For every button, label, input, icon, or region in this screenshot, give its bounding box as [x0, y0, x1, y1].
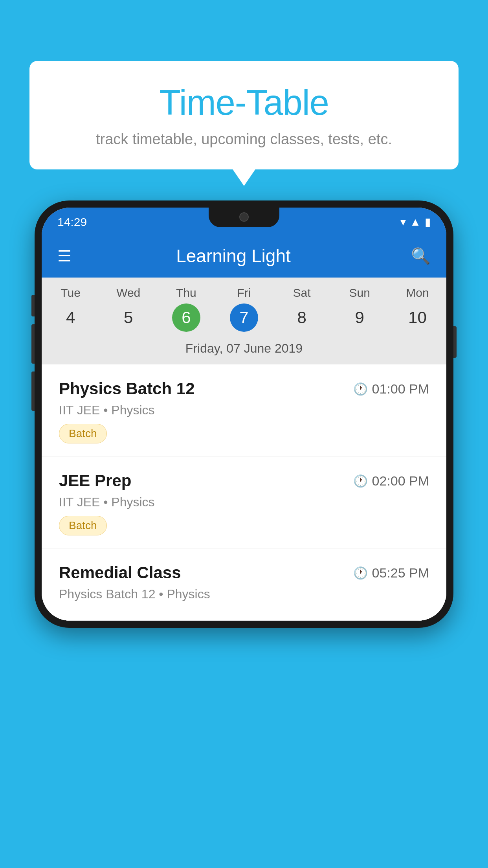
batch-badge: Batch	[59, 424, 107, 443]
day-name: Tue	[42, 286, 99, 300]
day-col-4[interactable]: Tue4	[42, 286, 99, 332]
schedule-item-0[interactable]: Physics Batch 12🕐01:00 PMIIT JEE • Physi…	[42, 364, 446, 456]
day-number[interactable]: 4	[57, 303, 85, 332]
volume-silent-button	[31, 295, 35, 316]
schedule-item-time: 🕐01:00 PM	[353, 381, 429, 397]
schedule-item-2[interactable]: Remedial Class🕐05:25 PMPhysics Batch 12 …	[42, 548, 446, 621]
day-number[interactable]: 9	[345, 303, 374, 332]
schedule-item-header: Remedial Class🕐05:25 PM	[59, 563, 429, 582]
speech-bubble: Time-Table track timetable, upcoming cla…	[29, 61, 459, 169]
day-col-5[interactable]: Wed5	[99, 286, 157, 332]
time-text: 05:25 PM	[372, 565, 429, 581]
status-icons: ▾ ▲ ▮	[400, 215, 431, 228]
day-number[interactable]: 7	[230, 303, 258, 332]
day-number[interactable]: 8	[288, 303, 316, 332]
phone-screen: 14:29 ▾ ▲ ▮ ☰ Learning Light 🔍 Tue4Wed5T…	[42, 208, 446, 621]
schedule-item-title: JEE Prep	[59, 471, 131, 490]
volume-down-button	[31, 371, 35, 411]
selected-date-label: Friday, 07 June 2019	[42, 336, 446, 364]
clock-icon: 🕐	[353, 474, 368, 488]
phone-mockup: 14:29 ▾ ▲ ▮ ☰ Learning Light 🔍 Tue4Wed5T…	[35, 200, 453, 628]
bubble-card: Time-Table track timetable, upcoming cla…	[29, 61, 459, 169]
day-name: Mon	[389, 286, 446, 300]
schedule-item-header: JEE Prep🕐02:00 PM	[59, 471, 429, 490]
schedule-item-subtitle: IIT JEE • Physics	[59, 495, 429, 509]
day-col-10[interactable]: Mon10	[389, 286, 446, 332]
bubble-title: Time-Table	[53, 83, 435, 123]
bubble-subtitle: track timetable, upcoming classes, tests…	[53, 131, 435, 148]
time-text: 02:00 PM	[372, 473, 429, 489]
day-col-6[interactable]: Thu6	[157, 286, 215, 332]
day-name: Wed	[99, 286, 157, 300]
time-text: 01:00 PM	[372, 381, 429, 397]
day-number[interactable]: 6	[172, 303, 200, 332]
schedule-item-header: Physics Batch 12🕐01:00 PM	[59, 379, 429, 398]
schedule-item-title: Physics Batch 12	[59, 379, 195, 398]
day-number[interactable]: 5	[114, 303, 143, 332]
day-name: Sun	[331, 286, 389, 300]
signal-icon: ▲	[410, 216, 421, 228]
day-col-8[interactable]: Sat8	[273, 286, 331, 332]
schedule-item-subtitle: Physics Batch 12 • Physics	[59, 587, 429, 601]
days-row: Tue4Wed5Thu6Fri7Sat8Sun9Mon10	[42, 278, 446, 336]
app-bar: ☰ Learning Light 🔍	[42, 234, 446, 278]
schedule-item-time: 🕐02:00 PM	[353, 473, 429, 489]
day-name: Sat	[273, 286, 331, 300]
batch-badge: Batch	[59, 516, 107, 535]
schedule-item-1[interactable]: JEE Prep🕐02:00 PMIIT JEE • PhysicsBatch	[42, 456, 446, 548]
camera-dot	[239, 212, 249, 222]
power-button	[453, 326, 457, 358]
status-time: 14:29	[57, 215, 87, 229]
wifi-icon: ▾	[400, 215, 406, 228]
calendar-strip: Tue4Wed5Thu6Fri7Sat8Sun9Mon10 Friday, 07…	[42, 278, 446, 364]
battery-icon: ▮	[425, 215, 431, 228]
day-col-7[interactable]: Fri7	[215, 286, 273, 332]
schedule-item-time: 🕐05:25 PM	[353, 565, 429, 581]
volume-up-button	[31, 324, 35, 364]
clock-icon: 🕐	[353, 382, 368, 396]
schedule-item-subtitle: IIT JEE • Physics	[59, 403, 429, 417]
day-number[interactable]: 10	[403, 303, 431, 332]
day-name: Thu	[157, 286, 215, 300]
search-icon[interactable]: 🔍	[411, 247, 431, 265]
day-col-9[interactable]: Sun9	[331, 286, 389, 332]
schedule-item-title: Remedial Class	[59, 563, 181, 582]
day-name: Fri	[215, 286, 273, 300]
clock-icon: 🕐	[353, 566, 368, 580]
app-title: Learning Light	[56, 245, 411, 267]
phone-body: 14:29 ▾ ▲ ▮ ☰ Learning Light 🔍 Tue4Wed5T…	[35, 200, 453, 628]
schedule-list: Physics Batch 12🕐01:00 PMIIT JEE • Physi…	[42, 364, 446, 621]
